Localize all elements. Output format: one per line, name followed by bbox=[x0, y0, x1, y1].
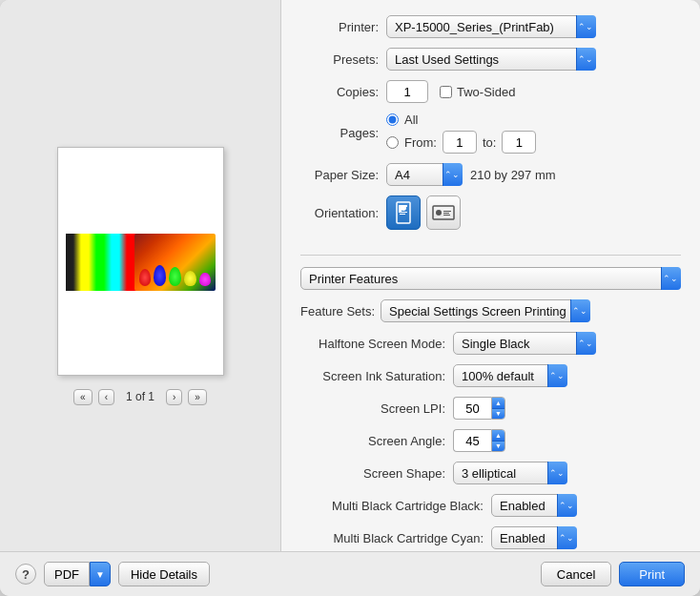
landscape-button[interactable] bbox=[426, 195, 461, 230]
feature-sets-label: Feature Sets: bbox=[300, 304, 375, 319]
two-sided-label: Two-Sided bbox=[440, 85, 515, 99]
prev-page-button[interactable]: ‹ bbox=[98, 389, 114, 405]
orientation-label: Orientation: bbox=[300, 206, 386, 220]
pdf-button[interactable]: PDF bbox=[44, 562, 90, 586]
bottom-bar: ? PDF ▼ Hide Details Cancel Print bbox=[0, 551, 700, 596]
screen-shape-select[interactable]: 3 elliptical bbox=[453, 462, 567, 484]
multi-black-black-select-wrapper: Enabled bbox=[491, 494, 577, 517]
paper-size-controls: A4 210 by 297 mm bbox=[386, 163, 556, 186]
printer-features-select[interactable]: Printer Features bbox=[300, 267, 681, 290]
portrait-button[interactable] bbox=[386, 195, 421, 230]
multi-black-black-select[interactable]: Enabled bbox=[491, 494, 577, 517]
screen-angle-label: Screen Angle: bbox=[300, 434, 453, 448]
orientation-row: Orientation: bbox=[300, 195, 681, 230]
screen-ink-select-wrapper: 100% default bbox=[453, 364, 567, 387]
halftone-select[interactable]: Single Black bbox=[453, 332, 596, 355]
dialog-body: « ‹ 1 of 1 › » Printer: XP-15000_Series_… bbox=[0, 0, 700, 551]
all-pages-radio[interactable] bbox=[386, 113, 399, 126]
svg-point-7 bbox=[436, 210, 442, 216]
screen-ink-label: Screen Ink Saturation: bbox=[300, 369, 453, 383]
pdf-arrow-icon: ▼ bbox=[95, 569, 105, 580]
printer-select[interactable]: XP-15000_Series_(PrintFab) bbox=[386, 15, 596, 38]
halftone-row: Halftone Screen Mode: Single Black bbox=[300, 332, 681, 355]
cancel-button[interactable]: Cancel bbox=[541, 562, 611, 586]
page-preview bbox=[57, 147, 224, 376]
from-page-input[interactable] bbox=[443, 131, 477, 154]
last-page-button[interactable]: » bbox=[188, 389, 207, 405]
screen-shape-row: Screen Shape: 3 elliptical bbox=[300, 462, 681, 484]
feature-sets-row: Feature Sets: Special Settings Screen Pr… bbox=[300, 299, 681, 322]
screen-lpi-stepper-buttons: ▲ ▼ bbox=[491, 397, 505, 420]
halftone-label: Halftone Screen Mode: bbox=[300, 337, 453, 351]
all-pages-row: All bbox=[386, 113, 536, 127]
hide-details-button[interactable]: Hide Details bbox=[118, 562, 210, 586]
paper-size-row: Paper Size: A4 210 by 297 mm bbox=[300, 163, 681, 186]
screen-lpi-up[interactable]: ▲ bbox=[492, 398, 504, 409]
screen-ink-row: Screen Ink Saturation: 100% default bbox=[300, 364, 681, 387]
screen-shape-label: Screen Shape: bbox=[300, 466, 453, 481]
settings-top: Printer: XP-15000_Series_(PrintFab) Pres… bbox=[281, 0, 700, 249]
copies-label: Copies: bbox=[300, 85, 386, 99]
pages-label: Pages: bbox=[300, 126, 386, 140]
multi-black-black-label: Multi Black Cartridge Black: bbox=[300, 499, 491, 513]
screen-angle-input[interactable] bbox=[453, 429, 491, 452]
multi-black-cyan-select[interactable]: Enabled bbox=[491, 526, 577, 549]
multi-black-cyan-select-wrapper: Enabled bbox=[491, 526, 577, 549]
print-dialog: « ‹ 1 of 1 › » Printer: XP-15000_Series_… bbox=[0, 0, 700, 596]
printer-select-wrapper: XP-15000_Series_(PrintFab) bbox=[386, 15, 596, 38]
divider-top bbox=[300, 255, 681, 256]
screen-angle-down[interactable]: ▼ bbox=[492, 442, 504, 452]
svg-rect-4 bbox=[400, 212, 407, 213]
first-page-button[interactable]: « bbox=[73, 389, 93, 405]
screen-shape-select-wrapper: 3 elliptical bbox=[453, 462, 567, 484]
printer-row: Printer: XP-15000_Series_(PrintFab) bbox=[300, 15, 681, 38]
presets-select-wrapper: Last Used Settings bbox=[386, 48, 596, 71]
presets-select[interactable]: Last Used Settings bbox=[386, 48, 596, 71]
printer-features-row: Printer Features bbox=[300, 267, 681, 290]
help-button[interactable]: ? bbox=[15, 564, 36, 585]
next-page-button[interactable]: › bbox=[166, 389, 182, 405]
paper-size-label: Paper Size: bbox=[300, 168, 386, 182]
screen-lpi-down[interactable]: ▼ bbox=[492, 409, 504, 420]
paper-size-select[interactable]: A4 bbox=[386, 163, 463, 186]
paper-dimensions: 210 by 297 mm bbox=[470, 168, 556, 182]
screen-angle-stepper-buttons: ▲ ▼ bbox=[491, 429, 505, 452]
pdf-button-group: PDF ▼ bbox=[44, 562, 111, 586]
from-pages-row: From: to: bbox=[386, 131, 536, 154]
screen-lpi-input[interactable] bbox=[453, 397, 491, 420]
two-sided-checkbox[interactable] bbox=[440, 86, 452, 98]
pages-radio-group: All From: to: bbox=[386, 113, 536, 154]
screen-ink-select[interactable]: 100% default bbox=[453, 364, 567, 387]
presets-row: Presets: Last Used Settings bbox=[300, 48, 681, 71]
page-navigation: « ‹ 1 of 1 › » bbox=[73, 389, 207, 405]
feature-sets-select[interactable]: Special Settings Screen Printing bbox=[381, 299, 590, 322]
paper-size-select-wrapper: A4 bbox=[386, 163, 463, 186]
from-pages-radio[interactable] bbox=[386, 136, 399, 149]
screen-lpi-row: Screen LPI: ▲ ▼ bbox=[300, 397, 681, 420]
screen-angle-row: Screen Angle: ▲ ▼ bbox=[300, 429, 681, 452]
svg-rect-8 bbox=[443, 211, 451, 212]
copies-input[interactable] bbox=[386, 80, 428, 103]
pdf-arrow-button[interactable]: ▼ bbox=[90, 562, 111, 586]
halftone-select-wrapper: Single Black bbox=[453, 332, 596, 355]
pages-row: Pages: All From: to: bbox=[300, 113, 681, 154]
multi-black-cyan-label: Multi Black Cartridge Cyan: bbox=[300, 531, 491, 545]
screen-lpi-stepper: ▲ ▼ bbox=[453, 397, 505, 420]
preview-panel: « ‹ 1 of 1 › » bbox=[0, 0, 281, 551]
presets-label: Presets: bbox=[300, 52, 386, 67]
to-page-input[interactable] bbox=[502, 131, 536, 154]
print-button[interactable]: Print bbox=[619, 562, 685, 586]
printer-label: Printer: bbox=[300, 20, 386, 34]
copies-row: Copies: Two-Sided bbox=[300, 80, 681, 103]
page-count: 1 of 1 bbox=[120, 390, 160, 403]
screen-angle-stepper: ▲ ▼ bbox=[453, 429, 505, 452]
multi-black-black-row: Multi Black Cartridge Black: Enabled bbox=[300, 494, 681, 517]
settings-panel: Printer: XP-15000_Series_(PrintFab) Pres… bbox=[281, 0, 700, 551]
feature-sets-select-wrapper: Special Settings Screen Printing bbox=[381, 299, 590, 322]
svg-rect-9 bbox=[443, 213, 449, 214]
svg-rect-10 bbox=[443, 215, 450, 216]
orientation-buttons bbox=[386, 195, 461, 230]
scrollable-section[interactable]: Feature Sets: Special Settings Screen Pr… bbox=[281, 294, 700, 551]
screen-lpi-label: Screen LPI: bbox=[300, 401, 453, 416]
screen-angle-up[interactable]: ▲ bbox=[492, 430, 504, 442]
